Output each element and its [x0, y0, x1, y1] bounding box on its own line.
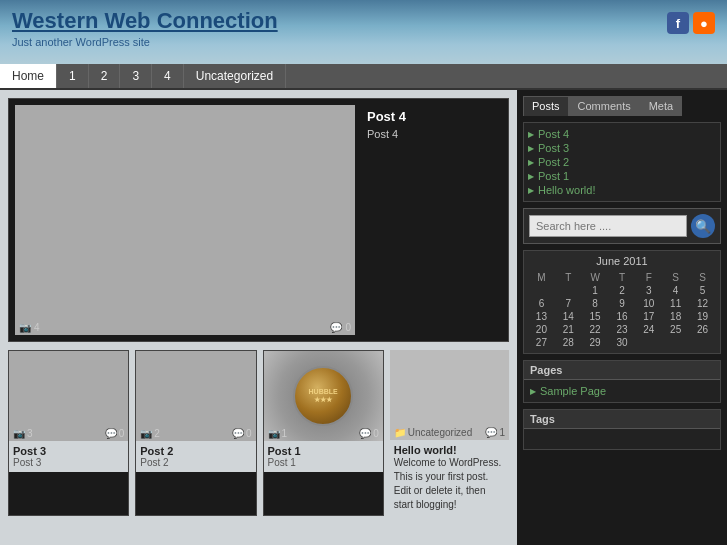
calendar-title: June 2011 [528, 255, 716, 267]
post1-decoration: HUBBLE★★★ [293, 366, 353, 426]
comment-icon-1: 💬 [359, 428, 371, 439]
sidebar-link-sample-page[interactable]: Sample Page [530, 384, 714, 398]
nav-item-home[interactable]: Home [0, 64, 57, 88]
sidebar-tabs: Posts Comments Meta [523, 96, 721, 116]
nav-item-uncategorized[interactable]: Uncategorized [184, 64, 286, 88]
thumb-post-2: 📷 2 💬 0 Post 2 Post 2 [135, 350, 256, 516]
cal-row-4: 20 21 22 23 24 25 26 [528, 323, 716, 336]
hello-comment-count: 1 [499, 427, 505, 438]
pages-header: Pages [524, 361, 720, 380]
hello-category: Uncategorized [408, 427, 472, 438]
cal-cell: 5 [689, 284, 716, 297]
search-box: 🔍 [523, 208, 721, 244]
cal-cell: 4 [662, 284, 689, 297]
cal-cell: 18 [662, 310, 689, 323]
cal-cell: 17 [635, 310, 662, 323]
cal-cell: 7 [555, 297, 582, 310]
cal-cell: 9 [609, 297, 636, 310]
sidebar-link-post3[interactable]: Post 3 [528, 141, 716, 155]
cal-header-t2: T [609, 271, 636, 284]
featured-img-count: 4 [34, 322, 40, 333]
cal-cell [555, 284, 582, 297]
facebook-icon[interactable]: f [667, 12, 689, 34]
cal-cell: 27 [528, 336, 555, 349]
thumb-comment-count-1: 0 [373, 428, 379, 439]
cal-header-s2: S [689, 271, 716, 284]
cal-cell: 8 [582, 297, 609, 310]
cal-cell: 25 [662, 323, 689, 336]
cal-cell: 15 [582, 310, 609, 323]
comment-icon-2: 💬 [232, 428, 244, 439]
camera-icon-1: 📷 [268, 428, 280, 439]
cal-cell: 23 [609, 323, 636, 336]
hello-world-title[interactable]: Hello world! [394, 444, 505, 456]
nav-item-1[interactable]: 1 [57, 64, 89, 88]
recent-posts-list: Post 4 Post 3 Post 2 Post 1 Hello world! [523, 122, 721, 202]
thumb-image-3: 📷 3 💬 0 [9, 351, 128, 441]
sidebar-link-post1[interactable]: Post 1 [528, 169, 716, 183]
calendar-table: M T W T F S S 1 2 3 [528, 271, 716, 349]
cal-cell [689, 336, 716, 349]
cal-row-1: 1 2 3 4 5 [528, 284, 716, 297]
calendar-section: June 2011 M T W T F S S [523, 250, 721, 354]
search-input[interactable] [529, 215, 687, 237]
tab-posts[interactable]: Posts [523, 96, 569, 116]
featured-post-title[interactable]: Post 4 [367, 109, 406, 124]
cal-cell: 29 [582, 336, 609, 349]
nav-item-4[interactable]: 4 [152, 64, 184, 88]
sidebar-link-hello[interactable]: Hello world! [528, 183, 716, 197]
tab-comments[interactable]: Comments [569, 96, 640, 116]
cal-cell [635, 336, 662, 349]
thumb-title-3[interactable]: Post 3 [13, 445, 124, 457]
thumb-img-count-2: 2 [154, 428, 160, 439]
cal-cell: 1 [582, 284, 609, 297]
thumb-title-1[interactable]: Post 1 [268, 445, 379, 457]
featured-post-subtitle: Post 4 [367, 128, 406, 140]
tags-section: Tags [523, 409, 721, 450]
thumb-image-2: 📷 2 💬 0 [136, 351, 255, 441]
nav-item-2[interactable]: 2 [89, 64, 121, 88]
cal-cell: 2 [609, 284, 636, 297]
cal-cell: 13 [528, 310, 555, 323]
cal-cell: 14 [555, 310, 582, 323]
thumb-img-count-3: 3 [27, 428, 33, 439]
navigation-bar: Home 1 2 3 4 Uncategorized [0, 64, 727, 90]
nav-item-3[interactable]: 3 [120, 64, 152, 88]
thumb-img-count-1: 1 [282, 428, 288, 439]
cal-cell: 11 [662, 297, 689, 310]
main-wrapper: 📷 4 💬 0 Post 4 Post 4 📷 3 [0, 90, 727, 545]
featured-post-image [15, 105, 355, 335]
site-tagline: Just another WordPress site [12, 36, 278, 48]
site-title[interactable]: Western Web Connection [12, 8, 278, 34]
cal-cell: 30 [609, 336, 636, 349]
cal-row-5: 27 28 29 30 [528, 336, 716, 349]
cal-cell: 22 [582, 323, 609, 336]
tab-meta[interactable]: Meta [640, 96, 682, 116]
cal-cell: 12 [689, 297, 716, 310]
camera-icon: 📷 [19, 322, 31, 333]
hello-world-post: 📁 Uncategorized 💬 1 Hello world! Welcome… [390, 350, 509, 516]
thumb-post-1: HUBBLE★★★ 📷 1 💬 0 Post 1 Post 1 [263, 350, 384, 516]
content-area: 📷 4 💬 0 Post 4 Post 4 📷 3 [0, 90, 517, 545]
thumb-title-2[interactable]: Post 2 [140, 445, 251, 457]
cal-cell: 16 [609, 310, 636, 323]
thumbnail-row: 📷 3 💬 0 Post 3 Post 3 📷 [8, 350, 509, 516]
hello-world-desc: Welcome to WordPress. This is your first… [394, 456, 505, 512]
thumb-comment-count-2: 0 [246, 428, 252, 439]
thumb-comment-count-3: 0 [119, 428, 125, 439]
pages-body: Sample Page [524, 380, 720, 402]
rss-icon[interactable]: ● [693, 12, 715, 34]
cal-cell: 28 [555, 336, 582, 349]
cal-cell: 10 [635, 297, 662, 310]
cal-header-f: F [635, 271, 662, 284]
site-header: Western Web Connection Just another Word… [0, 0, 727, 64]
cal-cell: 3 [635, 284, 662, 297]
thumb-info-3: Post 3 Post 3 [9, 441, 128, 472]
tags-header: Tags [524, 410, 720, 429]
sidebar-link-post4[interactable]: Post 4 [528, 127, 716, 141]
sidebar-link-post2[interactable]: Post 2 [528, 155, 716, 169]
tags-body [524, 429, 720, 449]
search-button[interactable]: 🔍 [691, 214, 715, 238]
thumb-post-3: 📷 3 💬 0 Post 3 Post 3 [8, 350, 129, 516]
cal-header-w: W [582, 271, 609, 284]
